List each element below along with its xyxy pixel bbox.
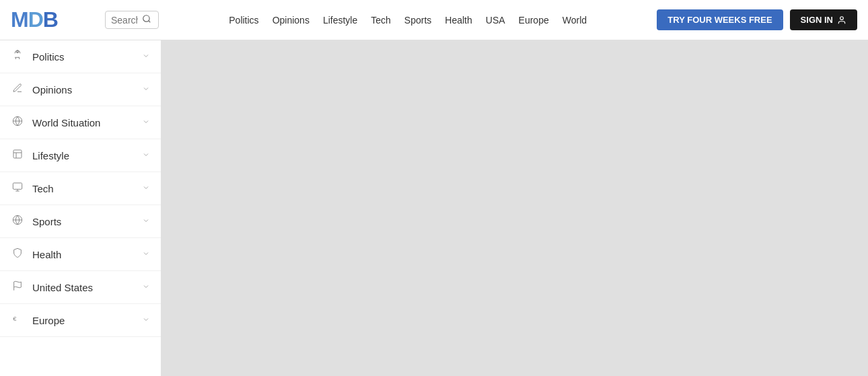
sidebar-item-sports-label: Sports <box>32 216 61 227</box>
signin-label: SIGN IN <box>801 15 833 25</box>
sidebar-item-europe-label: Europe <box>32 315 65 326</box>
content-area <box>161 40 868 376</box>
nav-links: PoliticsOpinionsLifestyleTechSportsHealt… <box>167 15 649 26</box>
lifestyle-icon <box>11 149 24 162</box>
politics-icon <box>11 50 24 63</box>
nav-link-opinions[interactable]: Opinions <box>273 15 310 26</box>
sidebar-item-opinions-left: Opinions <box>11 83 72 96</box>
nav-link-health[interactable]: Health <box>445 15 472 26</box>
tech-chevron-icon <box>142 184 150 194</box>
lifestyle-chevron-icon <box>142 151 150 161</box>
svg-point-2 <box>840 16 844 20</box>
sidebar-item-tech[interactable]: Tech <box>0 172 161 205</box>
sidebar-item-health-left: Health <box>11 248 61 261</box>
sidebar-item-europe[interactable]: €Europe <box>0 304 161 337</box>
europe-icon: € <box>11 313 24 327</box>
sidebar-item-politics-left: Politics <box>11 50 65 63</box>
nav-link-usa[interactable]: USA <box>486 15 505 26</box>
opinions-icon <box>11 83 24 96</box>
search-input[interactable] <box>111 15 138 26</box>
sidebar-item-lifestyle-label: Lifestyle <box>32 150 69 161</box>
health-chevron-icon <box>142 250 150 260</box>
sidebar-item-sports[interactable]: Sports <box>0 205 161 238</box>
sports-chevron-icon <box>142 217 150 227</box>
sidebar-item-united-states-label: United States <box>32 282 93 293</box>
svg-line-1 <box>149 21 151 23</box>
world-situation-chevron-icon <box>142 118 150 128</box>
opinions-chevron-icon <box>142 85 150 95</box>
politics-chevron-icon <box>142 52 150 62</box>
united-states-chevron-icon <box>142 283 150 293</box>
logo[interactable]: M D B <box>11 7 92 32</box>
sidebar-item-lifestyle-left: Lifestyle <box>11 149 69 162</box>
logo-m: M <box>11 7 28 32</box>
nav-link-europe[interactable]: Europe <box>519 15 549 26</box>
trial-button[interactable]: TRY FOUR WEEKS FREE <box>657 9 783 30</box>
sidebar-item-world-situation[interactable]: World Situation <box>0 106 161 139</box>
sidebar-item-opinions-label: Opinions <box>32 84 72 96</box>
sidebar-item-health-label: Health <box>32 249 61 260</box>
nav-link-politics[interactable]: Politics <box>229 15 258 26</box>
signin-button[interactable]: SIGN IN <box>790 9 857 30</box>
svg-rect-9 <box>13 183 22 189</box>
sidebar-item-united-states[interactable]: United States <box>0 271 161 304</box>
sidebar-item-opinions[interactable]: Opinions <box>0 73 161 106</box>
sidebar-item-tech-label: Tech <box>32 183 54 194</box>
user-icon <box>837 15 846 25</box>
tech-icon <box>11 182 24 195</box>
health-icon <box>11 248 24 261</box>
main: PoliticsOpinionsWorld SituationLifestyle… <box>0 40 868 376</box>
sidebar-item-world-situation-label: World Situation <box>32 117 100 128</box>
sidebar: PoliticsOpinionsWorld SituationLifestyle… <box>0 40 161 376</box>
world-situation-icon <box>11 116 24 129</box>
nav-link-lifestyle[interactable]: Lifestyle <box>323 15 357 26</box>
sidebar-item-sports-left: Sports <box>11 215 61 228</box>
search-icon <box>142 14 151 26</box>
europe-chevron-icon <box>142 315 150 326</box>
logo-d: D <box>28 7 43 32</box>
sidebar-item-tech-left: Tech <box>11 182 54 195</box>
sidebar-item-politics-label: Politics <box>32 51 65 63</box>
sidebar-item-world-situation-left: World Situation <box>11 116 100 129</box>
header-actions: TRY FOUR WEEKS FREE SIGN IN <box>657 9 857 30</box>
nav-link-world[interactable]: World <box>563 15 587 26</box>
logo-b: B <box>43 7 58 32</box>
nav-link-sports[interactable]: Sports <box>404 15 431 26</box>
svg-rect-6 <box>13 150 22 158</box>
svg-text:€: € <box>13 315 17 322</box>
svg-point-0 <box>143 15 149 22</box>
nav-link-tech[interactable]: Tech <box>371 15 391 26</box>
sidebar-item-europe-left: €Europe <box>11 313 65 327</box>
sports-icon <box>11 215 24 228</box>
header: M D B PoliticsOpinionsLifestyleTechSport… <box>0 0 868 40</box>
sidebar-item-lifestyle[interactable]: Lifestyle <box>0 139 161 172</box>
sidebar-item-health[interactable]: Health <box>0 238 161 271</box>
svg-point-3 <box>17 52 17 52</box>
sidebar-item-politics[interactable]: Politics <box>0 40 161 73</box>
search-box[interactable] <box>105 11 159 29</box>
united-states-icon <box>11 280 24 294</box>
sidebar-item-united-states-left: United States <box>11 280 93 294</box>
